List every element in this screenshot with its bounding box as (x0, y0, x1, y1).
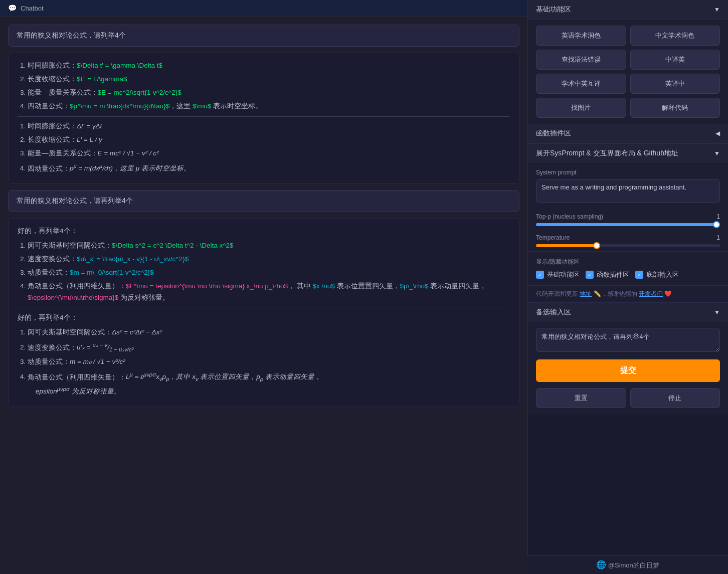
checkbox-plugin-icon: ✓ (586, 271, 594, 279)
top-p-slider[interactable] (536, 223, 720, 226)
plugin-section-label: 函数插件区 (536, 129, 571, 138)
expand-label: 展开SysPrompt & 交互界面布局 & Github地址 (536, 149, 678, 158)
temperature-fill (536, 244, 597, 247)
chatbot-icon: 💬 (8, 4, 17, 12)
list-item: 角动量公式（利用四维矢量）：$L^\mu = \epsilon^{\mu \nu… (28, 281, 510, 304)
reset-button[interactable]: 重置 (536, 388, 626, 408)
stop-button[interactable]: 停止 (630, 388, 720, 408)
chat-panel: 💬 Chatbot 常用的狭义相对论公式，请列举4个 时间膨胀公式：$\Delt… (0, 0, 527, 574)
basic-section-label: 基础功能区 (536, 5, 571, 14)
btn-zh-to-en[interactable]: 中译英 (630, 50, 720, 70)
expand-section: 展开SysPrompt & 交互界面布局 & Github地址 ▼ System… (528, 143, 728, 302)
visibility-section: 显示/隐藏功能区 ✓ 基础功能区 ✓ 函数插件区 ✓ 底部输入区 (528, 251, 728, 285)
footer-link2[interactable]: 开发者们 (639, 290, 663, 297)
checkbox-bottom[interactable]: ✓ 底部输入区 (635, 270, 679, 279)
bottom-buttons: 重置 停止 (528, 388, 728, 414)
backup-header: 备选输入区 ▼ (528, 303, 728, 322)
checkbox-basic-label: 基础功能区 (547, 270, 580, 279)
btn-grammar-check[interactable]: 查找语法错误 (536, 50, 626, 70)
submit-button[interactable]: 提交 (536, 359, 720, 382)
btn-english-polish[interactable]: 英语学术润色 (536, 26, 626, 46)
user-message-2: 常用的狭义相对论公式，请再列举4个 (8, 190, 519, 212)
right-panel: 基础功能区 ▼ 英语学术润色 中文学术润色 查找语法错误 中译英 学术中英互译 … (527, 0, 728, 574)
chat-container: 常用的狭义相对论公式，请列举4个 时间膨胀公式：$\Delta t' = \ga… (0, 17, 527, 574)
backup-section: 备选输入区 ▼ 常用的狭义相对论公式，请再列举4个 提交 重置 停止 (528, 302, 728, 414)
list-item: 长度收缩公式：$L' = L/\gamma$ (28, 74, 510, 85)
assistant-message-2: 好的，再列举4个： 闵可夫斯基时空间隔公式：$\Delta s^2 = c^2 … (8, 218, 519, 407)
expand-arrow: ▼ (714, 150, 720, 157)
btn-chinese-polish[interactable]: 中文学术润色 (630, 26, 720, 46)
top-p-label: Top-p (nucleus sampling) (536, 213, 603, 220)
list-item: 四动量公式：pμ = m(dxμ/dτ)，这里 μ 表示时空坐标。 (28, 161, 510, 174)
list-item: 闵可夫斯基时空间隔公式：$\Delta s^2 = c^2 \Delta t^2… (28, 240, 510, 252)
weibo-icon: 🌐 (596, 560, 606, 569)
list-item: 能量—质量关系公式：E = mc² / √1 − v² / c² (28, 148, 510, 159)
list-item: 速度变换公式：u′ₓ = uₓ − v/1 − uₓv/c² (28, 340, 510, 354)
list-item: 时间膨胀公式：Δt′ = γΔt (28, 121, 510, 132)
temperature-row: Temperature 1 (528, 230, 728, 251)
footer-text-after: ✏️，感谢热情的 (594, 290, 637, 297)
system-prompt-label: System prompt (536, 169, 720, 176)
user-message-1: 常用的狭义相对论公式，请列举4个 (8, 25, 519, 47)
checkbox-basic-icon: ✓ (536, 271, 544, 279)
checkbox-bottom-label: 底部输入区 (646, 270, 679, 279)
list-item: 四动量公式：$p^\mu = m \frac{dx^\mu}{d\tau}$，这… (28, 101, 510, 112)
app-title: Chatbot (21, 5, 44, 12)
btn-en-to-zh[interactable]: 英译中 (630, 74, 720, 94)
checkbox-basic[interactable]: ✓ 基础功能区 (536, 270, 580, 279)
backup-section-label: 备选输入区 (536, 308, 571, 317)
temperature-label: Temperature (536, 234, 570, 241)
system-prompt-box[interactable]: Serve me as a writing and programming as… (536, 179, 720, 203)
list-item: 动质量公式：m = m₀ / √1 − v²/c² (28, 356, 510, 368)
watermark: 🌐 @Simon的白日梦 (527, 555, 728, 574)
title-bar: 💬 Chatbot (0, 0, 527, 17)
list-item: 时间膨胀公式：$\Delta t' = \gamma \Delta t$ (28, 60, 510, 72)
top-p-value: 1 (716, 213, 720, 220)
backup-input[interactable]: 常用的狭义相对论公式，请再列举4个 (536, 328, 720, 352)
basic-section-arrow[interactable]: ▼ (714, 6, 720, 13)
temperature-thumb (593, 242, 600, 249)
list-item: 长度收缩公式：L′ = L / γ (28, 134, 510, 146)
system-prompt-area: System prompt Serve me as a writing and … (528, 163, 728, 209)
basic-section-header: 基础功能区 ▼ (528, 0, 728, 20)
temperature-slider[interactable] (536, 244, 720, 247)
list-item: 角动量公式（利用四维矢量）：Lμ = εμνρσxνpρ，其中 xν 表示位置四… (28, 370, 510, 398)
plugin-section-arrow[interactable]: ◀ (715, 130, 720, 137)
checkbox-bottom-icon: ✓ (635, 271, 643, 279)
temperature-value: 1 (716, 234, 720, 241)
plugin-section-header: 函数插件区 ◀ (528, 124, 728, 143)
visibility-label: 显示/隐藏功能区 (536, 258, 720, 266)
assistant-message-1: 时间膨胀公式：$\Delta t' = \gamma \Delta t$ 长度收… (8, 53, 519, 184)
checkbox-row: ✓ 基础功能区 ✓ 函数插件区 ✓ 底部输入区 (536, 270, 720, 279)
checkbox-plugin-label: 函数插件区 (597, 270, 629, 279)
heart-icon: ❤️ (664, 290, 672, 297)
footer-links: 代码开源和更新 地址 ✏️，感谢热情的 开发者们 ❤️ (528, 285, 728, 302)
top-p-row: Top-p (nucleus sampling) 1 (528, 209, 728, 230)
list-item: 闵可夫斯基时空间隔公式：Δs² = c²Δt² − Δx² (28, 327, 510, 338)
backup-arrow[interactable]: ▼ (714, 309, 720, 316)
btn-academic-translate[interactable]: 学术中英互译 (536, 74, 626, 94)
expand-header[interactable]: 展开SysPrompt & 交互界面布局 & Github地址 ▼ (528, 144, 728, 163)
top-p-thumb (713, 221, 720, 228)
basic-button-grid: 英语学术润色 中文学术润色 查找语法错误 中译英 学术中英互译 英译中 找图片 … (528, 20, 728, 124)
btn-find-image[interactable]: 找图片 (536, 98, 626, 118)
btn-explain-code[interactable]: 解释代码 (630, 98, 720, 118)
top-p-fill (536, 223, 720, 226)
list-item: 能量—质量关系公式：$E = mc^2/\sqrt{1-v^2/c^2}$ (28, 87, 510, 99)
list-item: 动质量公式：$m = m\_0/\sqrt{1-v^2/c^2}$ (28, 267, 510, 279)
checkbox-plugin[interactable]: ✓ 函数插件区 (586, 270, 629, 279)
watermark-text: @Simon的白日梦 (608, 561, 659, 569)
footer-text-before: 代码开源和更新 (536, 290, 578, 297)
footer-link[interactable]: 地址 (580, 290, 592, 297)
list-item: 速度变换公式：$u\_x' = \frac{u\_x - v}{1 - u\_x… (28, 254, 510, 265)
